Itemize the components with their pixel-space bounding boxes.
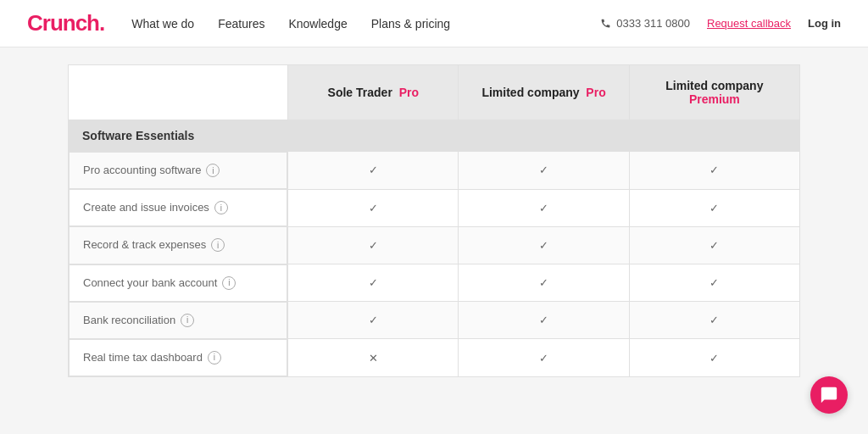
sole-check	[288, 302, 459, 339]
logo[interactable]: Crunch.	[27, 10, 104, 36]
checkmark-icon	[539, 352, 548, 364]
nav-knowledge[interactable]: Knowledge	[288, 17, 347, 31]
checkmark-icon	[369, 276, 378, 289]
lc-pro-check	[459, 302, 629, 339]
nav-what-we-do[interactable]: What we do	[131, 17, 194, 31]
feature-text: Create and issue invoices	[83, 200, 209, 215]
lc-prem-check	[629, 152, 799, 190]
checkmark-icon	[709, 202, 719, 214]
lc-pro-check	[459, 339, 629, 377]
sole-check	[288, 189, 459, 226]
phone-icon	[600, 18, 611, 29]
lc-prem-check	[629, 339, 799, 377]
checkmark-icon	[539, 314, 548, 326]
checkmark-icon	[709, 352, 719, 364]
checkmark-icon	[369, 314, 378, 326]
header-sole-trader-pro: Sole Trader Pro	[288, 65, 459, 120]
info-icon[interactable]: i	[214, 201, 228, 214]
lc-pro-check	[459, 226, 629, 264]
checkmark-icon	[539, 239, 548, 252]
login-link[interactable]: Log in	[808, 17, 841, 30]
sole-check	[288, 226, 459, 264]
checkmark-icon	[539, 202, 548, 214]
table-row: Connect your bank account i	[69, 264, 800, 302]
table-row: Record & track expenses i	[69, 226, 800, 264]
cross-icon	[369, 352, 378, 364]
table-header-row: Sole Trader Pro Limited company Pro Limi…	[69, 65, 800, 120]
lc-prem-check	[629, 264, 799, 302]
nav-right: 0333 311 0800 Request callback Log in	[600, 17, 841, 30]
header-lc-premium: Limited company Premium	[629, 65, 799, 120]
feature-label-cell: Create and issue invoices i	[69, 189, 287, 226]
checkmark-icon	[709, 314, 719, 326]
table-row: Create and issue invoices i	[69, 189, 800, 226]
section-label: Software Essentials	[69, 120, 800, 152]
checkmark-icon	[369, 202, 378, 214]
feature-text: Record & track expenses	[83, 237, 206, 253]
sole-trader-label: Sole Trader	[328, 86, 392, 99]
nav-plans-pricing[interactable]: Plans & pricing	[371, 17, 450, 31]
checkmark-icon	[369, 239, 378, 252]
checkmark-icon	[369, 164, 378, 176]
content-area: Sole Trader Pro Limited company Pro Limi…	[0, 47, 868, 434]
table-row: Pro accounting software i	[69, 152, 800, 190]
sole-check	[288, 152, 459, 190]
feature-text: Bank reconciliation	[83, 313, 175, 328]
sole-check	[288, 264, 459, 302]
section-software-essentials: Software Essentials	[69, 120, 800, 152]
header-lc-pro: Limited company Pro	[459, 65, 629, 120]
info-icon[interactable]: i	[206, 164, 220, 177]
feature-label-cell: Bank reconciliation i	[69, 302, 287, 339]
checkmark-icon	[709, 276, 719, 289]
feature-text: Real time tax dashboard	[83, 350, 203, 365]
feature-label-cell: Pro accounting software i	[69, 152, 287, 189]
sole-trader-pro-label: Pro	[399, 86, 419, 99]
navbar: Crunch. What we do Features Knowledge Pl…	[0, 0, 868, 47]
feature-text: Pro accounting software	[83, 163, 201, 178]
sole-cross	[288, 339, 459, 377]
nav-features[interactable]: Features	[218, 17, 264, 31]
feature-label-cell: Record & track expenses i	[69, 226, 287, 264]
info-icon[interactable]: i	[208, 351, 221, 364]
phone-number: 0333 311 0800	[600, 17, 690, 30]
chat-icon	[820, 386, 838, 404]
header-feature-col	[69, 65, 288, 120]
checkmark-icon	[709, 164, 719, 176]
chat-bubble-button[interactable]	[810, 376, 848, 414]
lc-pro-check	[459, 189, 629, 226]
lc-prem-check	[629, 189, 799, 226]
pricing-table: Sole Trader Pro Limited company Pro Limi…	[68, 64, 800, 377]
checkmark-icon	[709, 239, 719, 252]
lc-premium-label1: Limited company	[665, 79, 763, 92]
feature-label-cell: Connect your bank account i	[69, 264, 287, 302]
feature-text: Connect your bank account	[83, 275, 217, 291]
lc-pro-label1: Limited company	[481, 86, 579, 99]
info-icon[interactable]: i	[181, 314, 194, 327]
lc-premium-label2: Premium	[689, 92, 740, 106]
table-row: Real time tax dashboard i	[69, 339, 800, 377]
info-icon[interactable]: i	[222, 276, 236, 290]
lc-pro-check	[459, 264, 629, 302]
lc-pro-label2: Pro	[586, 86, 605, 99]
checkmark-icon	[539, 164, 548, 176]
feature-label-cell: Real time tax dashboard i	[69, 339, 287, 376]
info-icon[interactable]: i	[211, 238, 225, 252]
nav-links: What we do Features Knowledge Plans & pr…	[131, 17, 600, 31]
lc-prem-check	[629, 226, 799, 264]
lc-prem-check	[629, 302, 799, 339]
table-row: Bank reconciliation i	[69, 302, 800, 339]
checkmark-icon	[539, 276, 548, 289]
request-callback-link[interactable]: Request callback	[707, 17, 791, 30]
lc-pro-check	[459, 152, 629, 190]
